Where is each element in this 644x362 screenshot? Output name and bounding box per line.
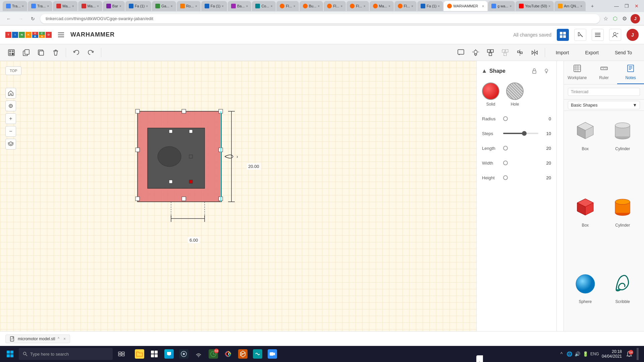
grid-view-button[interactable] xyxy=(557,29,569,41)
tab-8[interactable]: Ro... × xyxy=(177,1,201,11)
tab-3[interactable]: Ma... × xyxy=(53,1,77,11)
file-item[interactable]: micromotor model.stl ^ × xyxy=(5,335,70,343)
tab-14[interactable]: Fl... × xyxy=(324,1,346,11)
add-user-button[interactable] xyxy=(609,29,621,41)
length-radio[interactable] xyxy=(503,146,508,150)
battery-icon[interactable]: 🔋 xyxy=(582,351,589,357)
taskbar-app-zoom[interactable] xyxy=(266,347,279,361)
duplicate-button[interactable] xyxy=(35,47,47,59)
shape-cylinder-orange[interactable]: Cylinder xyxy=(605,191,640,265)
back-button[interactable]: ← xyxy=(4,14,13,23)
copy-button[interactable] xyxy=(20,47,32,59)
library-category-dropdown[interactable]: Basic Shapes ▼ xyxy=(568,101,640,109)
minimize-button[interactable]: — xyxy=(612,1,621,11)
forward-button[interactable]: → xyxy=(16,14,25,23)
tab-20[interactable]: g wa... × xyxy=(488,1,515,11)
taskbar-clock[interactable]: 20:18 04/04/2021 xyxy=(602,349,622,359)
workplane-tab[interactable]: Workplane xyxy=(564,61,591,84)
library-button[interactable] xyxy=(592,29,604,41)
new-tab-button[interactable]: + xyxy=(588,1,597,11)
tab-active-warhammer[interactable]: WARHAMMER × xyxy=(444,1,487,11)
tab-16[interactable]: Ma... × xyxy=(370,1,394,11)
mirror-button[interactable] xyxy=(529,47,541,59)
volume-icon[interactable]: 🔊 xyxy=(574,351,581,357)
tab-22[interactable]: Am QN... × xyxy=(554,1,586,11)
zoom-out-button[interactable]: − xyxy=(5,126,16,137)
taskbar-app-vscode[interactable] xyxy=(236,347,250,361)
ungroup-button[interactable] xyxy=(499,47,511,59)
tab-4[interactable]: Ma... × xyxy=(78,1,102,11)
align-button[interactable] xyxy=(514,47,526,59)
delete-button[interactable] xyxy=(50,47,62,59)
taskbar-app-arduino[interactable] xyxy=(251,347,264,361)
tab-15[interactable]: Fl... × xyxy=(346,1,369,11)
view-label[interactable]: TOP xyxy=(5,66,21,75)
user-avatar[interactable]: J xyxy=(627,29,639,41)
import-button[interactable]: Import xyxy=(549,48,576,57)
panel-collapse-button[interactable]: › xyxy=(476,355,483,362)
layers-button[interactable] xyxy=(5,139,16,149)
taskbar-search[interactable]: Type here to search xyxy=(19,348,113,360)
hole-shape-option[interactable]: Hole xyxy=(506,82,524,107)
taskbar-app-explorer[interactable] xyxy=(133,347,146,361)
notes-tab[interactable]: Notes xyxy=(617,61,644,84)
taskbar-app-chrome[interactable] xyxy=(221,347,235,361)
task-view-button[interactable] xyxy=(114,347,129,361)
group-button[interactable] xyxy=(484,47,496,59)
tab-7[interactable]: Ga... × xyxy=(152,1,176,11)
restore-button[interactable]: ❐ xyxy=(622,1,631,11)
zoom-in-button[interactable]: + xyxy=(5,113,16,124)
redo-button[interactable] xyxy=(85,47,97,59)
settings-icon[interactable]: ⚙ xyxy=(621,15,628,22)
taskbar-app-wireless[interactable] xyxy=(192,347,205,361)
close-button[interactable]: ✕ xyxy=(632,1,641,11)
shape-cylinder-grey[interactable]: Cylinder xyxy=(605,115,640,189)
tab-18[interactable]: Fa (1) × xyxy=(417,1,443,11)
export-button[interactable]: Export xyxy=(578,48,605,57)
chevron-tray-icon[interactable]: ^ xyxy=(558,351,565,357)
taskbar-app-store[interactable] xyxy=(162,347,176,361)
canvas-area[interactable]: TOP + − xyxy=(0,61,476,362)
lang-label[interactable]: ENG xyxy=(590,352,599,356)
library-provider-dropdown[interactable]: Tinkercad xyxy=(568,88,640,96)
light-button[interactable] xyxy=(470,47,482,59)
menu-toggle-button[interactable] xyxy=(56,29,66,40)
send-to-button[interactable]: Send To xyxy=(608,48,639,57)
bookmark-star-icon[interactable]: ☆ xyxy=(602,15,609,22)
light-toggle-button[interactable] xyxy=(542,66,551,76)
fit-view-button[interactable] xyxy=(5,101,16,111)
file-close-button[interactable]: × xyxy=(63,337,66,341)
tab-10[interactable]: Ba... × xyxy=(228,1,251,11)
tab-2[interactable]: Tra... × xyxy=(28,1,52,11)
tab-11[interactable]: Co... × xyxy=(252,1,276,11)
address-bar[interactable]: tinkercad.com/things/dtkWOGVCgqe-swanky-… xyxy=(40,14,600,23)
extensions-icon[interactable]: ⬡ xyxy=(612,15,619,22)
taskbar-app-settings[interactable] xyxy=(148,347,161,361)
tab-5[interactable]: Bar × xyxy=(103,1,125,11)
width-radio[interactable] xyxy=(503,161,508,165)
tab-1[interactable]: Tra... × xyxy=(3,1,27,11)
notification-area[interactable]: 14 xyxy=(625,349,634,359)
solid-shape-option[interactable]: Solid xyxy=(482,82,499,107)
tab-9[interactable]: Fa (1) × xyxy=(201,1,227,11)
lock-button[interactable] xyxy=(530,66,539,76)
tab-12[interactable]: Fl... × xyxy=(276,1,299,11)
tools-button[interactable] xyxy=(574,29,586,41)
taskbar-app-timer[interactable]: 59 xyxy=(207,347,220,361)
steps-slider-thumb[interactable] xyxy=(522,131,527,136)
view-comment-button[interactable] xyxy=(455,47,467,59)
profile-icon[interactable]: J xyxy=(631,14,640,23)
windows-start-button[interactable] xyxy=(3,347,17,361)
home-view-button[interactable] xyxy=(5,88,16,99)
radius-radio[interactable] xyxy=(503,116,508,121)
taskbar-app-steam[interactable] xyxy=(177,347,191,361)
shape-sphere-blue[interactable]: Sphere xyxy=(568,268,603,342)
height-radio[interactable] xyxy=(503,175,508,180)
tab-6[interactable]: Fa (1) × xyxy=(125,1,151,11)
network-icon[interactable]: 🌐 xyxy=(566,351,573,357)
undo-button[interactable] xyxy=(70,47,82,59)
shape-box-red[interactable]: Box xyxy=(568,191,603,265)
refresh-button[interactable]: ↻ xyxy=(28,14,38,23)
shape-scribble[interactable]: Scribble xyxy=(605,268,640,342)
ruler-tab[interactable]: Ruler xyxy=(591,61,618,84)
